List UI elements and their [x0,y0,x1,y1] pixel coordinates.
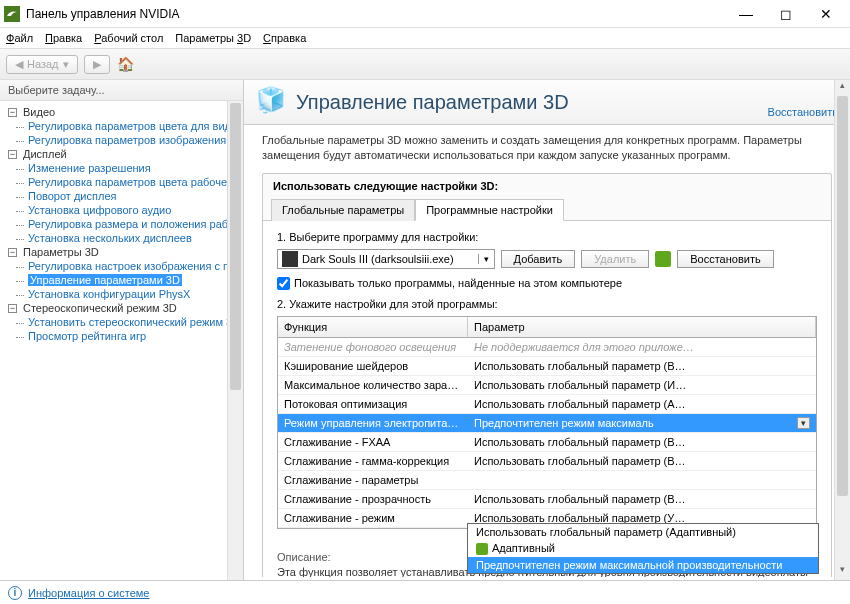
forward-button[interactable]: ▶ [84,55,110,74]
nvidia-app-icon [4,6,20,22]
show-only-found-checkbox[interactable]: Показывать только программы, найденные н… [277,277,817,290]
scroll-down-icon[interactable]: ▾ [835,564,850,580]
close-button[interactable]: ✕ [806,0,846,28]
collapse-icon: − [8,108,17,117]
menu-desktop[interactable]: Рабочий стол [94,32,163,44]
tree-item[interactable]: Регулировка размера и положения рабо [0,217,243,231]
dropdown-arrow-icon[interactable]: ▾ [797,417,810,429]
home-button[interactable]: 🏠 [116,54,136,74]
info-icon: i [8,586,22,600]
tab-global[interactable]: Глобальные параметры [271,199,415,221]
dropdown-arrow-icon: ▾ [478,254,494,264]
collapse-icon: − [8,248,17,257]
sidebar-scrollbar[interactable] [227,101,243,580]
program-select[interactable]: Dark Souls III (darksoulsiii.exe) ▾ [277,249,495,269]
collapse-icon: − [8,150,17,159]
tree-item[interactable]: Установить стереоскопический режим 3 [0,315,243,329]
task-tree: −Видео Регулировка параметров цвета для … [0,101,243,580]
collapse-icon: − [8,304,17,313]
scroll-up-icon[interactable]: ▴ [835,80,850,96]
scrollbar-thumb[interactable] [837,96,848,496]
remove-button[interactable]: Удалить [581,250,649,268]
menu-help[interactable]: Справка [263,32,306,44]
dropdown-arrow-icon: ▾ [63,58,69,71]
dropdown-option[interactable]: Использовать глобальный параметр (Адапти… [468,524,818,540]
scrollbar-thumb[interactable] [230,103,241,390]
tree-item[interactable]: Регулировка параметров цвета рабочег [0,175,243,189]
tree-item[interactable]: Изменение разрешения [0,161,243,175]
grid-row[interactable]: Потоковая оптимизацияИспользовать глобал… [278,395,816,414]
grid-row[interactable]: Режим управления электропитаниемПредпочт… [278,414,816,433]
page-icon: 🧊 [256,86,288,118]
grid-row[interactable]: Кэширование шейдеровИспользовать глобаль… [278,357,816,376]
grid-row[interactable]: Максимальное количество заранее под…Испо… [278,376,816,395]
main-scrollbar[interactable]: ▴ ▾ [834,80,850,580]
tree-item[interactable]: Просмотр рейтинга игр [0,329,243,343]
step1-label: 1. Выберите программу для настройки: [277,231,817,243]
grid-row[interactable]: Сглаживание - гамма-коррекцияИспользоват… [278,452,816,471]
tree-item[interactable]: Регулировка параметров изображения д [0,133,243,147]
settings-grid: Функция Параметр Затенение фонового осве… [277,316,817,529]
restore-defaults-link[interactable]: Восстановить [768,106,838,118]
tree-item[interactable]: Регулировка параметров цвета для вид [0,119,243,133]
maximize-button[interactable]: ◻ [766,0,806,28]
tree-item[interactable]: Поворот дисплея [0,189,243,203]
tab-program[interactable]: Программные настройки [415,199,564,221]
tree-item[interactable]: Установка цифрового аудио [0,203,243,217]
tree-item[interactable]: Установка нескольких дисплеев [0,231,243,245]
grid-row[interactable]: Сглаживание - FXAAИспользовать глобальны… [278,433,816,452]
dropdown-option[interactable]: Адаптивный [468,540,818,557]
group-header: Использовать следующие настройки 3D: [263,174,831,198]
back-arrow-icon: ◀ [15,58,23,71]
nvidia-logo-icon [655,251,671,267]
program-icon [282,251,298,267]
col-function[interactable]: Функция [278,317,468,337]
grid-row[interactable]: Затенение фонового освещенияНе поддержив… [278,338,816,357]
tree-item[interactable]: Установка конфигурации PhysX [0,287,243,301]
minimize-button[interactable]: — [726,0,766,28]
sidebar-header: Выберите задачу... [0,80,243,101]
step2-label: 2. Укажите настройки для этой программы: [277,298,817,310]
tree-group-display[interactable]: −Дисплей [0,147,243,161]
grid-row[interactable]: Сглаживание - прозрачностьИспользовать г… [278,490,816,509]
tree-group-3d[interactable]: −Параметры 3D [0,245,243,259]
page-title: Управление параметрами 3D [296,91,768,114]
add-button[interactable]: Добавить [501,250,576,268]
col-parameter[interactable]: Параметр [468,317,816,337]
tree-item-manage-3d[interactable]: Управление параметрами 3D [0,273,243,287]
menu-edit[interactable]: Правка [45,32,82,44]
forward-arrow-icon: ▶ [93,58,101,71]
system-info-link[interactable]: Информация о системе [28,587,149,599]
restore-button[interactable]: Восстановить [677,250,773,268]
grid-row[interactable]: Сглаживание - параметры [278,471,816,490]
tree-group-stereo[interactable]: −Стереоскопический режим 3D [0,301,243,315]
menu-3d[interactable]: Параметры 3D [175,32,251,44]
power-mode-dropdown: Использовать глобальный параметр (Адапти… [467,523,819,574]
window-title: Панель управления NVIDIA [26,7,726,21]
page-description: Глобальные параметры 3D можно заменить и… [262,133,832,163]
back-button[interactable]: ◀ Назад ▾ [6,55,78,74]
tree-item[interactable]: Регулировка настроек изображения с пр [0,259,243,273]
tree-group-video[interactable]: −Видео [0,105,243,119]
checkbox-input[interactable] [277,277,290,290]
menu-file[interactable]: Файл [6,32,33,44]
dropdown-option-selected[interactable]: Предпочтителен режим максимальной произв… [468,557,818,573]
